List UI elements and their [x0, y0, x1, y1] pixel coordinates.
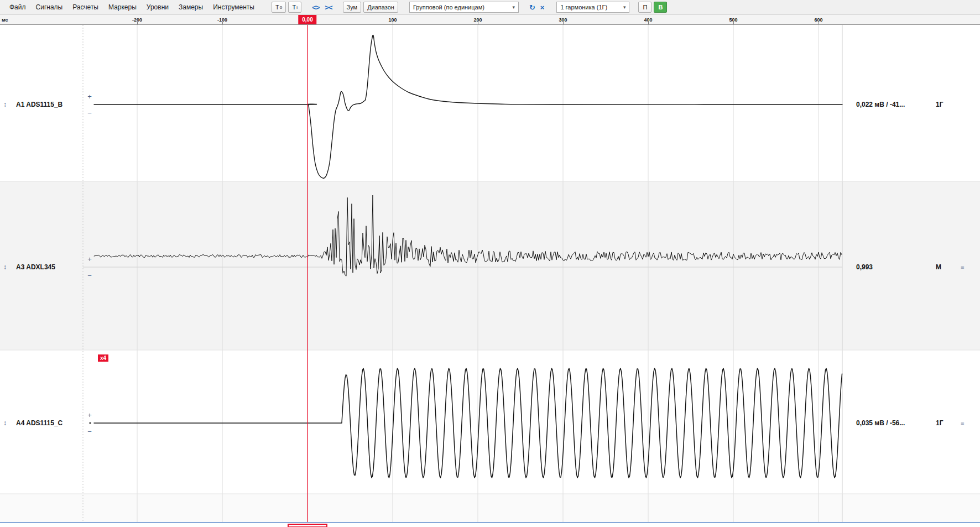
- chevron-down-icon: ▾: [512, 4, 515, 10]
- menu-item[interactable]: Уровни: [142, 1, 174, 14]
- gain-badge: x4: [98, 354, 108, 362]
- range-button[interactable]: Диапазон: [363, 2, 398, 13]
- menu-item[interactable]: Замеры: [174, 1, 208, 14]
- ruler-tick-mark: [648, 22, 649, 24]
- p-toggle-button[interactable]: П: [638, 2, 651, 13]
- ruler-tick-mark: [393, 22, 393, 24]
- ruler-tick-mark: [563, 22, 564, 24]
- channel-unit: 1Г: [936, 101, 943, 108]
- channel-move-icon[interactable]: ↕: [3, 101, 7, 108]
- compress-horizontal-icon[interactable]: ><: [323, 3, 333, 12]
- toolbar: T0 Ti <> >< Зум Диапазон Групповой (по е…: [272, 2, 667, 13]
- channel-value: 0,035 мВ / -56...: [856, 419, 905, 427]
- channel-name-label: A1 ADS1115_B: [16, 101, 62, 108]
- t0-label: T: [275, 4, 279, 11]
- channel-handle-icon[interactable]: ≡: [961, 420, 964, 426]
- ti-button[interactable]: Ti: [288, 2, 301, 13]
- cursor-time-badge[interactable]: 0,00: [298, 15, 316, 24]
- cursor-bottom-handle[interactable]: [288, 524, 327, 527]
- menu-item[interactable]: Расчеты: [67, 1, 103, 14]
- time-ruler[interactable]: мс -200-1001002003004005006000,00: [0, 15, 980, 25]
- bottom-strip: [0, 494, 980, 522]
- channel-zoom-in-button[interactable]: +: [87, 255, 92, 263]
- channel-handle-icon[interactable]: ≡: [961, 264, 964, 270]
- chevron-down-icon: ▾: [623, 4, 626, 10]
- ruler-tick-mark: [222, 22, 223, 24]
- channel-band: [0, 350, 980, 494]
- group-mode-select[interactable]: Групповой (по единицам) ▾: [409, 2, 519, 13]
- channel-zoom-out-button[interactable]: −: [87, 428, 92, 435]
- clear-icon[interactable]: ×: [539, 3, 546, 12]
- menu-item[interactable]: Маркеры: [103, 1, 142, 14]
- menu-bar: ФайлСигналыРасчетыМаркерыУровниЗамерыИнс…: [0, 0, 980, 15]
- channel-move-icon[interactable]: ↕: [3, 263, 7, 271]
- channel-zoom-in-button[interactable]: +: [87, 93, 92, 100]
- channel-move-icon[interactable]: ↕: [3, 419, 7, 427]
- app-window: ФайлСигналыРасчетыМаркерыУровниЗамерыИнс…: [0, 0, 980, 527]
- channel-name-label: A3 ADXL345: [16, 263, 55, 271]
- group-mode-value: Групповой (по единицам): [413, 4, 484, 11]
- channel-unit: 1Г: [936, 419, 943, 427]
- channel-zoom-out-button[interactable]: −: [87, 272, 92, 279]
- menu-items: ФайлСигналыРасчетыМаркерыУровниЗамерыИнс…: [4, 1, 259, 14]
- ruler-tick-mark: [137, 22, 138, 24]
- ti-sub-label: i: [296, 5, 298, 10]
- harmonic-value: 1 гармоника (1Г): [560, 4, 607, 11]
- ruler-tick-mark: [819, 22, 819, 24]
- menu-item[interactable]: Файл: [4, 1, 31, 14]
- channel-value: 0,993: [856, 263, 873, 271]
- harmonic-select[interactable]: 1 гармоника (1Г) ▾: [556, 2, 629, 13]
- channel-band: [0, 25, 980, 181]
- expand-horizontal-icon[interactable]: <>: [310, 3, 321, 12]
- channel-unit: М: [936, 263, 941, 271]
- ti-label: T: [292, 4, 296, 11]
- t0-sub-label: 0: [280, 5, 282, 10]
- ruler-tick-mark: [478, 22, 478, 24]
- sync-icon[interactable]: ↻: [528, 3, 536, 12]
- channel-zoom-in-button[interactable]: +: [87, 411, 92, 419]
- t0-button[interactable]: T0: [272, 2, 286, 13]
- zoom-button[interactable]: Зум: [343, 2, 362, 13]
- channel-zoom-out-button[interactable]: −: [87, 109, 92, 117]
- channel-value: 0,022 мВ / -41...: [856, 101, 905, 108]
- channel-band: [0, 181, 980, 350]
- plot-area[interactable]: [0, 25, 980, 527]
- baseline-dot: [90, 422, 91, 424]
- channel-name-label: A4 ADS1115_C: [16, 419, 62, 427]
- ruler-tick-mark: [733, 22, 734, 24]
- menu-item[interactable]: Сигналы: [31, 1, 68, 14]
- time-unit-label: мс: [2, 17, 8, 23]
- v-toggle-button[interactable]: В: [654, 2, 667, 13]
- menu-item[interactable]: Инструменты: [208, 1, 259, 14]
